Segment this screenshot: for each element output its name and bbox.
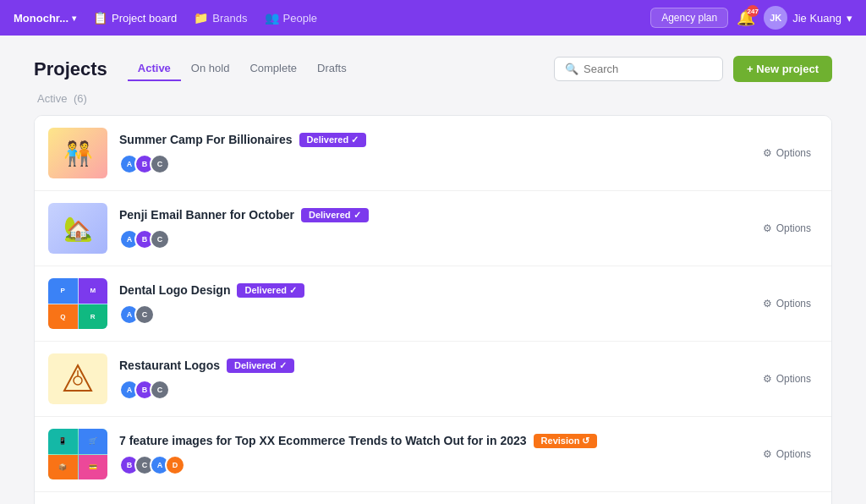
avatar: C xyxy=(150,154,170,174)
svg-marker-0 xyxy=(64,365,91,391)
nav-people[interactable]: 👥 People xyxy=(265,11,317,25)
project-title-row: Penji Email Banner for October Delivered… xyxy=(119,208,744,222)
search-icon: 🔍 xyxy=(565,63,578,75)
header-row: Projects Active On hold Complete Drafts … xyxy=(34,56,832,82)
project-thumbnail: 📱 🛒 📦 💳 xyxy=(48,429,107,479)
project-title-row: Dental Logo Design Delivered ✓ xyxy=(119,283,744,298)
thumb-cell: P xyxy=(48,278,78,304)
thumb-cell: R xyxy=(79,304,108,330)
project-title-row: Summer Camp For Billionaires Delivered ✓ xyxy=(119,133,744,147)
options-button[interactable]: ⚙ Options xyxy=(756,144,818,162)
notifications-button[interactable]: 🔔 247 xyxy=(737,8,755,27)
header-right: 🔍 + New project xyxy=(554,56,832,82)
page-title: Projects xyxy=(34,58,107,80)
avatar: C xyxy=(150,380,170,400)
project-info: 7 feature images for Top XX Ecommerce Tr… xyxy=(119,434,744,475)
new-project-button[interactable]: + New project xyxy=(733,56,832,82)
search-input[interactable] xyxy=(584,63,712,75)
projects-list: 🧑‍🤝‍🧑 Summer Camp For Billionaires Deliv… xyxy=(34,115,832,504)
project-card: 📱 🛒 📦 💳 7 feature images for Top XX Ecom… xyxy=(35,417,831,492)
tab-active[interactable]: Active xyxy=(128,57,181,81)
avatar: C xyxy=(134,304,155,325)
search-box: 🔍 xyxy=(554,57,723,81)
brand-caret: ▾ xyxy=(72,14,76,23)
avatar: C xyxy=(150,229,170,249)
nav-project-board-label: Project board xyxy=(112,12,177,25)
nav-people-label: People xyxy=(283,12,317,25)
nav-project-board[interactable]: 📋 Project board xyxy=(93,11,177,25)
project-thumbnail: P M Q R xyxy=(48,278,107,329)
project-name: Dental Logo Design xyxy=(119,283,230,297)
project-thumbnail: 🏡 xyxy=(48,203,107,254)
project-card: 🏡 Penji Email Banner for October Deliver… xyxy=(35,191,831,266)
people-icon: 👥 xyxy=(265,11,279,25)
brand-name: Monochr... xyxy=(14,12,69,25)
project-thumbnail xyxy=(48,353,107,404)
avatar: D xyxy=(165,455,185,475)
project-thumbnail: 🧑‍🤝‍🧑 xyxy=(48,128,107,178)
status-badge: Delivered ✓ xyxy=(299,133,367,147)
project-name: Penji Email Banner for October xyxy=(119,208,294,222)
project-name: Summer Camp For Billionaires xyxy=(119,133,293,146)
svg-point-1 xyxy=(74,376,82,385)
status-badge: Delivered ✓ xyxy=(237,283,304,298)
project-avatars: B C A D xyxy=(119,455,744,475)
thumb-cell: 📱 xyxy=(48,429,78,454)
options-button[interactable]: ⚙ Options xyxy=(756,294,818,313)
avatar: JK xyxy=(764,6,787,30)
project-name: Restaurant Logos xyxy=(119,359,220,372)
active-section-label: Active (6) xyxy=(34,92,832,105)
options-button[interactable]: ⚙ Options xyxy=(756,445,818,463)
project-title-row: 7 feature images for Top XX Ecommerce Tr… xyxy=(119,434,744,448)
project-info: Restaurant Logos Delivered ✓ A B C xyxy=(119,359,744,400)
options-gear-icon: ⚙ xyxy=(763,448,772,460)
project-card: 🖼️ No designs yet! 5 feature images for … xyxy=(35,492,831,504)
agency-plan-button[interactable]: Agency plan xyxy=(650,8,728,28)
project-card: P M Q R Dental Logo Design Delivered ✓ A… xyxy=(35,266,831,342)
tab-complete[interactable]: Complete xyxy=(239,57,307,81)
tabs: Active On hold Complete Drafts xyxy=(128,57,357,81)
options-button[interactable]: ⚙ Options xyxy=(756,370,818,388)
project-name: 7 feature images for Top XX Ecommerce Tr… xyxy=(119,434,527,447)
tab-drafts[interactable]: Drafts xyxy=(307,57,357,81)
project-title-row: Restaurant Logos Delivered ✓ xyxy=(119,359,744,373)
user-name: Jie Kuang xyxy=(792,12,841,25)
status-badge: Revision ↺ xyxy=(534,434,598,448)
user-caret-icon: ▾ xyxy=(847,12,852,25)
penji-art: 🏡 xyxy=(48,203,107,254)
status-badge: Delivered ✓ xyxy=(227,359,294,373)
nav-brands-label: Brands xyxy=(212,12,247,25)
project-avatars: A B C xyxy=(119,229,744,249)
options-gear-icon: ⚙ xyxy=(763,222,772,234)
camp-art: 🧑‍🤝‍🧑 xyxy=(48,128,107,178)
project-avatars: A B C xyxy=(119,154,744,174)
topnav-right: Agency plan 🔔 247 JK Jie Kuang ▾ xyxy=(650,6,852,30)
thumb-cell: 📦 xyxy=(48,455,78,480)
topnav: Monochr... ▾ 📋 Project board 📁 Brands 👥 … xyxy=(0,0,866,36)
project-card: 🧑‍🤝‍🧑 Summer Camp For Billionaires Deliv… xyxy=(35,116,831,191)
status-badge: Delivered ✓ xyxy=(301,208,369,222)
ecommerce-thumb-grid: 📱 🛒 📦 💳 xyxy=(48,429,107,479)
thumb-cell: M xyxy=(79,278,108,304)
project-info: Summer Camp For Billionaires Delivered ✓… xyxy=(119,133,744,174)
project-avatars: A B C xyxy=(119,380,744,400)
project-card: Restaurant Logos Delivered ✓ A B C ⚙ Opt… xyxy=(35,342,831,417)
tab-onhold[interactable]: On hold xyxy=(181,57,240,81)
dental-thumb-grid: P M Q R xyxy=(48,278,107,329)
thumb-cell: 💳 xyxy=(79,455,108,480)
options-gear-icon: ⚙ xyxy=(763,298,772,310)
project-info: Dental Logo Design Delivered ✓ A C xyxy=(119,283,744,325)
user-menu[interactable]: JK Jie Kuang ▾ xyxy=(764,6,852,30)
thumb-cell: 🛒 xyxy=(79,429,108,454)
project-avatars: A C xyxy=(119,304,744,325)
project-board-icon: 📋 xyxy=(93,11,107,25)
options-button[interactable]: ⚙ Options xyxy=(756,219,818,238)
thumb-cell: Q xyxy=(48,304,78,330)
nav-brands[interactable]: 📁 Brands xyxy=(194,11,247,25)
brand-logo[interactable]: Monochr... ▾ xyxy=(14,12,76,25)
brands-icon: 📁 xyxy=(194,11,208,25)
main-content: Projects Active On hold Complete Drafts … xyxy=(0,36,866,504)
options-gear-icon: ⚙ xyxy=(763,373,772,385)
restaurant-triangle-icon xyxy=(61,362,95,396)
notifications-count: 247 xyxy=(747,5,759,17)
